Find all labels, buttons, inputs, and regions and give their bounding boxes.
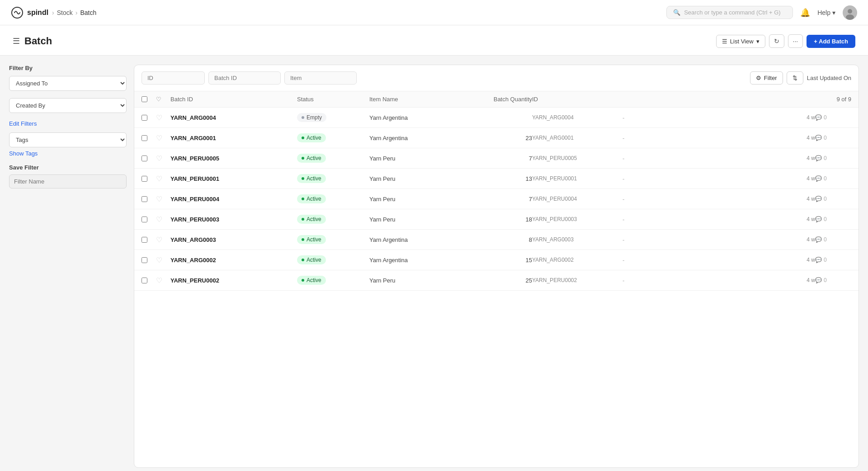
- notification-icon[interactable]: 🔔: [800, 8, 810, 18]
- search-icon: 🔍: [673, 9, 680, 16]
- filter-button[interactable]: ⚙ Filter: [750, 71, 783, 85]
- table-row[interactable]: ♡ YARN_ARG0004 Empty Yarn Argentina YARN…: [134, 108, 859, 128]
- comment-count: 0: [824, 196, 827, 202]
- favorite-icon[interactable]: ♡: [156, 276, 170, 285]
- favorite-icon[interactable]: ♡: [156, 215, 170, 224]
- sort-button[interactable]: ⇅: [787, 71, 803, 85]
- comment-cell[interactable]: 💬 0: [815, 114, 851, 121]
- favorite-icon[interactable]: ♡: [156, 195, 170, 203]
- svg-point-2: [848, 9, 852, 14]
- avatar[interactable]: [843, 5, 857, 20]
- global-search[interactable]: 🔍 Search or type a command (Ctrl + G): [666, 6, 793, 19]
- list-view-button[interactable]: ☰ List View ▾: [716, 35, 765, 48]
- batch-qty-cell: 7: [469, 155, 532, 162]
- search-row-right: ⚙ Filter ⇅ Last Updated On: [750, 71, 851, 85]
- status-badge: Active: [297, 174, 369, 183]
- search-item-input[interactable]: [284, 71, 357, 85]
- row-count: 9 of 9: [815, 96, 851, 103]
- id-cell: YARN_PERU0003: [532, 216, 623, 222]
- item-name-cell: Yarn Argentina: [369, 257, 469, 264]
- comment-cell[interactable]: 💬 0: [815, 257, 851, 263]
- created-by-section: Created By: [9, 98, 127, 113]
- table-row[interactable]: ♡ YARN_PERU0002 Active Yarn Peru 25 YARN…: [134, 270, 859, 291]
- row-checkbox[interactable]: [142, 217, 156, 222]
- dash-cell: -: [623, 257, 779, 264]
- more-options-button[interactable]: ···: [788, 34, 803, 48]
- comment-cell[interactable]: 💬 0: [815, 216, 851, 222]
- comment-cell[interactable]: 💬 0: [815, 155, 851, 161]
- item-name-cell: Yarn Peru: [369, 155, 469, 162]
- batch-qty-cell: 13: [469, 175, 532, 182]
- table-row[interactable]: ♡ YARN_ARG0003 Active Yarn Argentina 8 Y…: [134, 230, 859, 250]
- time-cell: 4 w: [779, 196, 815, 202]
- batch-id-cell: YARN_ARG0001: [170, 135, 297, 141]
- id-cell: YARN_ARG0001: [532, 135, 623, 141]
- dash-cell: -: [623, 236, 779, 243]
- time-cell: 4 w: [779, 155, 815, 161]
- table-row[interactable]: ♡ YARN_PERU0001 Active Yarn Peru 13 YARN…: [134, 169, 859, 189]
- favorite-icon[interactable]: ♡: [156, 236, 170, 244]
- help-button[interactable]: Help ▾: [817, 9, 835, 16]
- header-batch-qty: Batch Quantity: [469, 96, 532, 103]
- refresh-button[interactable]: ↻: [769, 34, 784, 48]
- comment-cell[interactable]: 💬 0: [815, 175, 851, 182]
- batch-id-cell: YARN_PERU0002: [170, 277, 297, 284]
- item-name-cell: Yarn Peru: [369, 196, 469, 203]
- status-badge: Empty: [297, 113, 369, 122]
- edit-filters-link[interactable]: Edit Filters: [9, 120, 127, 127]
- comment-cell[interactable]: 💬 0: [815, 236, 851, 243]
- table-row[interactable]: ♡ YARN_PERU0005 Active Yarn Peru 7 YARN_…: [134, 148, 859, 169]
- status-badge: Active: [297, 133, 369, 142]
- tags-select[interactable]: Tags: [9, 132, 127, 147]
- comment-cell[interactable]: 💬 0: [815, 135, 851, 141]
- tags-section: Tags Show Tags: [9, 132, 127, 157]
- table-row[interactable]: ♡ YARN_PERU0004 Active Yarn Peru 7 YARN_…: [134, 189, 859, 209]
- table-row[interactable]: ♡ YARN_ARG0001 Active Yarn Argentina 23 …: [134, 128, 859, 148]
- table-row[interactable]: ♡ YARN_ARG0002 Active Yarn Argentina 15 …: [134, 250, 859, 270]
- add-batch-button[interactable]: + Add Batch: [807, 35, 855, 48]
- row-checkbox[interactable]: [142, 176, 156, 182]
- table-row[interactable]: ♡ YARN_PERU0003 Active Yarn Peru 18 YARN…: [134, 209, 859, 230]
- menu-icon[interactable]: ☰: [13, 36, 20, 46]
- comment-cell[interactable]: 💬 0: [815, 196, 851, 202]
- row-checkbox[interactable]: [142, 278, 156, 283]
- comment-icon: 💬: [815, 135, 822, 141]
- created-by-select[interactable]: Created By: [9, 98, 127, 113]
- favorite-icon[interactable]: ♡: [156, 154, 170, 163]
- status-badge: Active: [297, 255, 369, 264]
- item-name-cell: Yarn Argentina: [369, 114, 469, 121]
- row-checkbox[interactable]: [142, 135, 156, 141]
- comment-icon: 💬: [815, 114, 822, 121]
- favorite-icon[interactable]: ♡: [156, 256, 170, 264]
- show-tags-link[interactable]: Show Tags: [9, 150, 127, 157]
- batch-id-cell: YARN_PERU0005: [170, 155, 297, 162]
- comment-cell[interactable]: 💬 0: [815, 277, 851, 283]
- favorite-icon[interactable]: ♡: [156, 113, 170, 122]
- assigned-to-select[interactable]: Assigned To: [9, 76, 127, 91]
- favorite-icon[interactable]: ♡: [156, 134, 170, 142]
- favorite-icon[interactable]: ♡: [156, 174, 170, 183]
- header-checkbox[interactable]: [142, 96, 156, 102]
- row-checkbox[interactable]: [142, 115, 156, 121]
- body-layout: Filter By Assigned To Created By Edit Fi…: [0, 56, 868, 471]
- row-checkbox[interactable]: [142, 237, 156, 243]
- comment-count: 0: [824, 257, 827, 263]
- row-checkbox[interactable]: [142, 257, 156, 263]
- row-checkbox[interactable]: [142, 155, 156, 161]
- time-cell: 4 w: [779, 175, 815, 182]
- dash-cell: -: [623, 155, 779, 162]
- row-checkbox[interactable]: [142, 196, 156, 202]
- batch-id-cell: YARN_ARG0003: [170, 236, 297, 243]
- search-id-input[interactable]: [142, 71, 205, 85]
- search-placeholder: Search or type a command (Ctrl + G): [684, 9, 781, 16]
- time-cell: 4 w: [779, 257, 815, 263]
- list-view-icon: ☰: [722, 38, 727, 45]
- search-batch-id-input[interactable]: [208, 71, 281, 85]
- breadcrumb: › Stock › Batch: [52, 9, 96, 16]
- dash-cell: -: [623, 114, 779, 121]
- status-badge: Active: [297, 215, 369, 224]
- filter-name-input[interactable]: [9, 174, 127, 188]
- batch-id-cell: YARN_PERU0004: [170, 196, 297, 203]
- breadcrumb-stock[interactable]: Stock: [57, 9, 73, 16]
- time-cell: 4 w: [779, 114, 815, 121]
